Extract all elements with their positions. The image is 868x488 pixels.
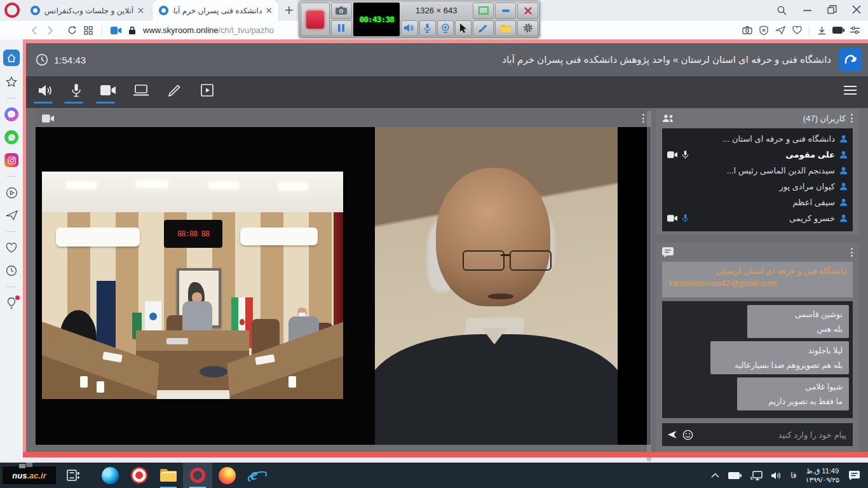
task-view-button[interactable] bbox=[58, 463, 88, 488]
user-avatar-icon bbox=[839, 198, 848, 207]
screenshot-button[interactable] bbox=[331, 3, 353, 19]
tips-bulb-icon[interactable] bbox=[4, 296, 18, 310]
video-panel-kebab-menu[interactable] bbox=[642, 114, 644, 123]
chat-message: شیوا غلامی ما فقط یه تصویر داریم bbox=[737, 377, 849, 410]
whiteboard-brush-icon[interactable] bbox=[164, 83, 184, 98]
record-stop-button[interactable] bbox=[301, 3, 330, 36]
whatsapp-icon[interactable] bbox=[4, 130, 18, 144]
language-indicator[interactable]: فا bbox=[790, 471, 796, 480]
menu-hamburger-icon[interactable] bbox=[840, 83, 860, 98]
edge-icon[interactable] bbox=[95, 463, 125, 488]
recorder-minimize-button[interactable] bbox=[495, 3, 516, 19]
internet-explorer-icon[interactable]: e bbox=[241, 463, 271, 488]
microphone-toggle-icon[interactable] bbox=[66, 83, 86, 98]
user-row[interactable]: کیوان مرادی پور bbox=[667, 179, 848, 194]
tab-close-icon[interactable] bbox=[138, 8, 144, 13]
battery-icon[interactable] bbox=[728, 472, 742, 479]
active-indicator bbox=[96, 102, 115, 104]
speaker-toggle-icon[interactable] bbox=[36, 83, 56, 98]
recorder-close-button[interactable] bbox=[517, 3, 538, 19]
annotate-pencil-icon[interactable] bbox=[473, 20, 494, 37]
opera-menu-logo[interactable] bbox=[4, 3, 20, 18]
reload-button[interactable] bbox=[64, 23, 80, 38]
window-minimize-button[interactable] bbox=[803, 10, 811, 11]
messenger-icon[interactable] bbox=[4, 107, 18, 121]
firefox-icon[interactable] bbox=[212, 463, 241, 488]
video-popout-player-icon[interactable] bbox=[4, 186, 18, 200]
history-clock-icon[interactable] bbox=[4, 264, 18, 278]
lock-icon[interactable] bbox=[124, 23, 140, 38]
network-icon[interactable] bbox=[750, 471, 763, 480]
file-explorer-icon[interactable] bbox=[154, 463, 183, 488]
divider bbox=[102, 25, 102, 36]
user-row[interactable]: علی مقومی bbox=[667, 147, 848, 163]
region-select-button[interactable] bbox=[473, 3, 494, 19]
tab-close-icon[interactable] bbox=[266, 8, 272, 13]
new-tab-button[interactable] bbox=[285, 6, 294, 15]
audio-toggle-icon[interactable] bbox=[401, 20, 417, 37]
camera-in-use-icon[interactable] bbox=[107, 23, 124, 38]
media-player-icon[interactable] bbox=[197, 83, 217, 98]
video-panel-header bbox=[36, 109, 651, 127]
bag-on-table bbox=[200, 366, 227, 377]
session-clock-icon bbox=[36, 53, 48, 66]
emoji-icon[interactable] bbox=[682, 430, 693, 440]
video-panel: 88:88 88 bbox=[36, 109, 651, 445]
action-center-icon[interactable] bbox=[848, 470, 860, 481]
bookmarks-star-icon[interactable] bbox=[4, 75, 18, 89]
screen-share-icon[interactable] bbox=[131, 83, 151, 98]
search-icon[interactable] bbox=[776, 5, 787, 15]
opera-taskbar-icon[interactable] bbox=[183, 463, 212, 488]
my-flow-icon[interactable] bbox=[772, 23, 789, 38]
start-logo[interactable]: nus.ac.ir bbox=[0, 463, 58, 488]
chat-panel-kebab-menu[interactable] bbox=[851, 248, 853, 257]
taskbar-clock[interactable]: 11:49 ق.ظ ۱۳۹۹/۰۹/۲۵ bbox=[806, 466, 839, 484]
speed-dial-home-icon[interactable] bbox=[3, 50, 20, 66]
browser-tab-2-active[interactable]: دانشکده فنی پسران خرم آباد bbox=[153, 0, 278, 21]
conference-header: 1:54:43 دانشگاه فنی و حرفه ای استان لرست… bbox=[25, 43, 868, 76]
send-message-icon[interactable] bbox=[667, 431, 677, 438]
bookmark-heart-icon[interactable] bbox=[789, 23, 805, 38]
browser-tab-1[interactable]: آنلاین و جلسات وب‌کنفرانس bbox=[24, 0, 150, 21]
users-icon bbox=[662, 114, 675, 123]
window-restore-button[interactable] bbox=[827, 5, 837, 15]
url-text[interactable]: www.skyroom.online/ch/l_tvu/pazho bbox=[143, 25, 274, 35]
output-folder-icon[interactable] bbox=[495, 20, 516, 37]
webcam-toggle-icon[interactable] bbox=[437, 20, 454, 37]
system-tray: فا 11:49 ق.ظ ۱۳۹۹/۰۹/۲۵ bbox=[711, 466, 868, 484]
chat-messages: نوشین قاسمی بله هس لیلا باجلوند بله هم ت… bbox=[662, 301, 853, 418]
message-text: ما فقط یه تصویر داریم bbox=[743, 396, 843, 406]
skyroom-page: 1:54:43 دانشگاه فنی و حرفه ای استان لرست… bbox=[25, 43, 868, 456]
volume-icon[interactable] bbox=[771, 471, 782, 480]
cursor-capture-icon[interactable] bbox=[455, 20, 471, 37]
forward-button[interactable] bbox=[42, 23, 58, 38]
my-flow-sidebar-icon[interactable] bbox=[4, 208, 18, 222]
user-row[interactable]: خسرو کریمی bbox=[667, 210, 848, 226]
speed-dial-icon[interactable] bbox=[80, 23, 97, 38]
chat-message-input[interactable] bbox=[698, 430, 848, 440]
screen-recorder-icon[interactable] bbox=[125, 463, 154, 488]
tab-title: دانشکده فنی پسران خرم آباد bbox=[173, 6, 262, 15]
back-button[interactable] bbox=[25, 23, 42, 38]
adblock-shield-icon[interactable] bbox=[756, 23, 772, 38]
tray-expand-chevron-icon[interactable] bbox=[711, 473, 719, 478]
recorder-settings-gear-icon[interactable] bbox=[517, 20, 538, 37]
users-panel-kebab-menu[interactable] bbox=[851, 114, 853, 123]
snapshot-icon[interactable] bbox=[739, 23, 756, 38]
personal-news-heart-icon[interactable] bbox=[4, 241, 18, 255]
speaker-mouth bbox=[488, 294, 513, 299]
user-row[interactable]: دانشگاه فنی و حرفه ای استان ... bbox=[667, 131, 848, 147]
user-row[interactable]: سیفی اعظم bbox=[667, 194, 848, 210]
user-row[interactable]: سیدنجم الدین الماسی رئیس ا... bbox=[667, 163, 848, 179]
downloads-icon[interactable] bbox=[813, 23, 830, 38]
pause-button[interactable] bbox=[331, 20, 353, 37]
battery-saver-icon[interactable] bbox=[830, 23, 846, 38]
camera-toggle-icon[interactable] bbox=[98, 83, 118, 98]
instagram-icon[interactable] bbox=[4, 153, 18, 167]
page-scrollbar[interactable] bbox=[647, 111, 651, 461]
cup bbox=[97, 381, 104, 393]
microphone-toggle-icon[interactable] bbox=[419, 20, 436, 37]
window-close-button[interactable] bbox=[852, 5, 861, 14]
easy-setup-icon[interactable] bbox=[846, 23, 863, 38]
conference-title: دانشگاه فنی و حرفه ای استان لرستان » واح… bbox=[502, 54, 831, 65]
